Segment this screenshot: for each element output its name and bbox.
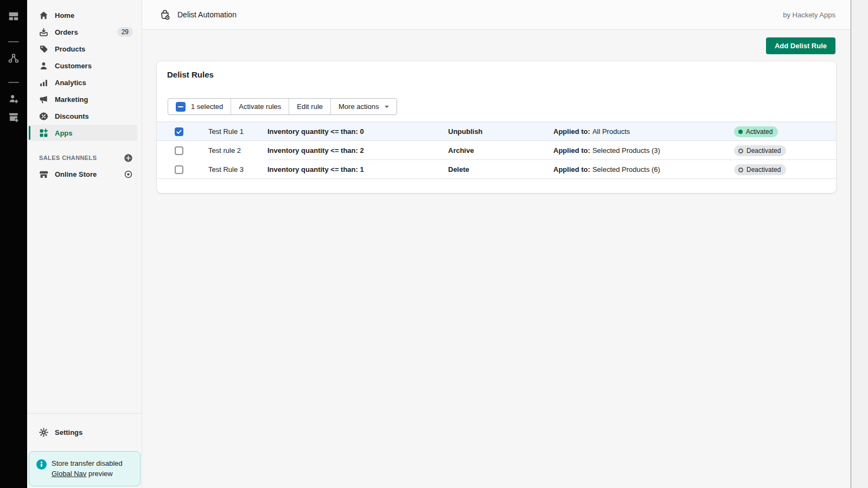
status-label: Deactivated: [746, 147, 781, 155]
rule-action: Delete: [448, 160, 469, 179]
notice-title: Store transfer disabled: [52, 458, 136, 468]
applied-to-label: Applied to:: [553, 146, 590, 155]
sidebar-item-orders[interactable]: Orders 29: [30, 24, 137, 40]
rule-name: Test Rule 3: [208, 160, 244, 179]
rule-name: Test Rule 1: [208, 122, 244, 141]
status-badge: Activated: [734, 126, 778, 137]
sidebar-item-label: Products: [55, 45, 85, 53]
edit-rule-label: Edit rule: [297, 102, 323, 111]
store-settings-icon[interactable]: [0, 110, 27, 125]
sales-channels-heading: SALES CHANNELS: [30, 152, 137, 164]
applied-to-value: Selected Products (6): [592, 165, 660, 174]
rule-action: Unpublish: [448, 122, 483, 141]
store-transfer-notice: Store transfer disabled Global Nav previ…: [29, 451, 141, 486]
more-actions-button[interactable]: More actions: [330, 99, 397, 114]
status-badge: Deactivated: [734, 145, 786, 156]
sales-channels-label: SALES CHANNELS: [39, 155, 97, 161]
orders-count-badge: 29: [117, 27, 133, 37]
sidebar-item-label: Apps: [55, 129, 73, 137]
table-row[interactable]: Test rule 2 Inventory quantity <= than: …: [157, 141, 836, 160]
apps-icon: [39, 129, 48, 138]
discount-icon: [39, 112, 48, 121]
bulk-actions-toolbar: 1 selected Activate rules Edit rule More…: [168, 98, 397, 115]
global-rail: [0, 0, 27, 488]
status-dot-icon: [738, 130, 743, 134]
row-checkbox[interactable]: [175, 127, 183, 136]
rule-applied-to: Applied to:All Products: [553, 122, 630, 141]
rule-condition: Inventory quantity <= than: 0: [267, 122, 364, 141]
applied-to-label: Applied to:: [553, 127, 590, 136]
rules-table: Test Rule 1 Inventory quantity <= than: …: [157, 121, 836, 179]
sidebar-item-products[interactable]: Products: [30, 41, 137, 57]
chevron-down-icon: [385, 106, 389, 110]
activate-rules-button[interactable]: Activate rules: [231, 99, 289, 114]
main-area: Delist Automation by Hackety Apps Add De…: [142, 0, 851, 488]
orders-icon: [39, 28, 48, 37]
delist-rules-card: Delist Rules 1 selected Activate rules E…: [157, 61, 836, 193]
customer-settings-icon[interactable]: [0, 91, 27, 106]
edit-rule-button[interactable]: Edit rule: [289, 99, 330, 114]
sidebar-item-label: Customers: [55, 62, 92, 70]
bar-chart-icon: [39, 78, 48, 87]
add-delist-rule-button[interactable]: Add Delist Rule: [766, 37, 835, 54]
row-checkbox[interactable]: [175, 165, 183, 174]
global-nav-link[interactable]: Global Nav: [52, 470, 86, 478]
selection-segment[interactable]: 1 selected: [168, 99, 231, 114]
sidebar-item-label: Marketing: [55, 95, 88, 104]
table-row[interactable]: Test Rule 1 Inventory quantity <= than: …: [157, 122, 836, 141]
tag-icon: [39, 44, 48, 54]
megaphone-icon: [39, 95, 48, 104]
app-header: Delist Automation by Hackety Apps: [142, 0, 851, 30]
status-label: Deactivated: [746, 166, 781, 174]
selected-count-label: 1 selected: [191, 102, 223, 111]
sidebar-item-marketing[interactable]: Marketing: [30, 91, 137, 107]
sidebar-item-label: Settings: [55, 428, 82, 436]
activate-rules-label: Activate rules: [239, 102, 281, 111]
nav-sidebar: Home Orders 29 Products: [27, 0, 142, 488]
gear-icon: [39, 428, 48, 437]
sidebar-item-online-store[interactable]: Online Store: [30, 166, 137, 182]
sidebar-bottom-divider: [27, 413, 142, 414]
table-row[interactable]: Test Rule 3 Inventory quantity <= than: …: [157, 160, 836, 179]
eye-icon[interactable]: [124, 170, 133, 179]
status-label: Activated: [746, 128, 773, 136]
sidebar-item-customers[interactable]: Customers: [30, 57, 137, 74]
sidebar-item-analytics[interactable]: Analytics: [30, 74, 137, 91]
page-content: Add Delist Rule Delist Rules 1 selected …: [142, 30, 851, 488]
sidebar-item-label: Analytics: [55, 79, 86, 87]
more-actions-label: More actions: [339, 102, 379, 111]
applied-to-value: All Products: [592, 127, 630, 136]
storefront-icon: [39, 170, 48, 179]
status-ring-icon: [738, 149, 743, 153]
page-title: Delist Automation: [177, 10, 237, 19]
sidebar-item-label: Discounts: [55, 112, 89, 120]
flow-icon[interactable]: [0, 51, 27, 66]
info-icon: [36, 459, 47, 470]
status-badge: Deactivated: [734, 164, 786, 175]
status-ring-icon: [738, 168, 743, 172]
rule-condition: Inventory quantity <= than: 2: [267, 141, 364, 160]
sidebar-item-home[interactable]: Home: [30, 7, 137, 23]
notice-line2: Global Nav preview: [52, 468, 136, 479]
collage-icon[interactable]: [0, 9, 27, 24]
sidebar-item-label: Home: [55, 11, 74, 20]
sidebar-item-discounts[interactable]: Discounts: [30, 108, 137, 124]
row-checkbox[interactable]: [175, 146, 183, 155]
rule-action: Archive: [448, 141, 474, 160]
applied-to-value: Selected Products (3): [592, 146, 660, 155]
scrollbar-gutter[interactable]: [851, 0, 868, 488]
rule-condition: Inventory quantity <= than: 1: [267, 160, 364, 179]
app-bag-icon: [159, 9, 170, 20]
app-byline: by Hackety Apps: [783, 11, 835, 19]
sidebar-item-apps[interactable]: Apps: [30, 125, 137, 141]
rail-divider: [8, 82, 19, 83]
sidebar-item-settings[interactable]: Settings: [30, 424, 137, 440]
rail-divider: [8, 41, 19, 42]
shopify-admin-app: Home Orders 29 Products: [0, 0, 868, 488]
rule-applied-to: Applied to:Selected Products (3): [553, 141, 660, 160]
applied-to-label: Applied to:: [553, 165, 590, 174]
add-sales-channel-button[interactable]: [124, 153, 133, 163]
select-all-checkbox[interactable]: [176, 102, 186, 112]
rule-applied-to: Applied to:Selected Products (6): [553, 160, 660, 179]
sidebar-item-label: Orders: [55, 28, 78, 36]
